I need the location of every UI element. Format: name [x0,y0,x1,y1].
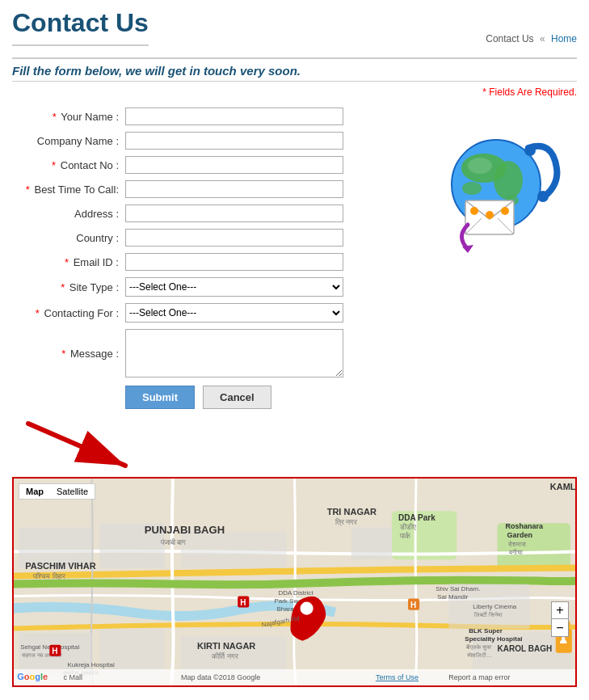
submit-button[interactable]: Submit [125,386,195,409]
svg-text:PUNJABI BAGH: PUNJABI BAGH [145,524,225,536]
svg-text:DDA District: DDA District [278,589,313,597]
breadcrumb-home[interactable]: Home [551,33,577,44]
label-address: Address : [12,208,125,220]
svg-point-14 [524,145,536,156]
svg-text:बगीचा: बगीचा [508,549,523,556]
input-your-name[interactable] [125,108,343,125]
svg-text:पश्चिम विहार: पश्चिम विहार [32,572,65,580]
svg-text:पंजाबी बाग: पंजाबी बाग [160,538,187,546]
input-country[interactable] [125,229,343,247]
select-site-type[interactable]: ---Select One--- [125,277,343,297]
form-row-address: Address : [12,205,415,222]
form-section: * Your Name : Company Name : * Contact N… [12,108,415,409]
svg-text:Speciality Hospital: Speciality Hospital [465,635,522,643]
label-country: Country : [12,232,125,244]
form-row-country: Country : [12,229,415,247]
svg-point-12 [501,207,509,215]
form-row-best-time: * Best Time To Call: [12,180,415,198]
form-row-message: * Message : [12,329,415,377]
svg-text:Map data ©2018 Google: Map data ©2018 Google [181,673,260,681]
map-container[interactable]: PUNJABI BAGH पंजाबी बाग PASCHIM VIHAR पश… [12,477,577,687]
svg-text:त्रि नगर: त्रि नगर [334,518,358,527]
arrow-wrapper [20,415,577,472]
page-title: Contact Us [12,8,149,46]
svg-text:H: H [240,598,246,607]
svg-text:BLK Super: BLK Super [469,627,502,635]
input-address[interactable] [125,205,343,222]
svg-text:Google: Google [17,672,48,681]
svg-text:डीडीए: डीडीए [399,523,416,531]
required-note: * Fields Are Required. [12,86,577,98]
required-star: * [482,86,486,98]
svg-text:c Mall: c Mall [63,673,82,681]
svg-line-17 [28,424,125,466]
contact-image-section [415,108,577,253]
svg-text:लिबर्टी सिनेमा: लिबर्टी सिनेमा [473,611,503,618]
svg-text:H: H [410,601,416,609]
svg-text:Report a map error: Report a map error [448,673,510,681]
svg-text:Liberty Cinema: Liberty Cinema [473,603,516,610]
svg-text:Shiv Sai Dham.: Shiv Sai Dham. [435,585,480,592]
form-row-your-name: * Your Name : [12,108,415,125]
svg-text:स्पेशलिटी...: स्पेशलिटी... [466,652,491,658]
label-contacting-for: * Contacting For : [12,307,125,319]
button-row: Submit Cancel [12,386,415,409]
textarea-message[interactable] [125,329,343,377]
svg-text:DDA Park: DDA Park [398,513,435,522]
svg-text:KAMLA: KAMLA [550,482,575,491]
svg-text:कीर्ति नगर: कीर्ति नगर [211,652,238,660]
svg-text:H: H [52,647,57,656]
red-arrow-svg [20,415,133,472]
svg-point-2 [494,161,523,200]
page-container: Contact Us Contact Us « Home Fill the fo… [0,0,589,695]
input-company-name[interactable] [125,132,343,150]
svg-point-62 [301,602,313,615]
zoom-out-button[interactable]: − [551,619,569,637]
satellite-tab[interactable]: Satellite [50,484,95,499]
breadcrumb: Contact Us « Home [486,33,577,44]
svg-point-3 [462,182,482,195]
svg-text:Sai Mandir: Sai Mandir [437,593,469,601]
form-row-company-name: Company Name : [12,132,415,150]
svg-text:KAROL BAGH: KAROL BAGH [497,644,552,653]
svg-rect-27 [351,527,392,559]
svg-point-5 [468,158,492,174]
label-contact-no: * Contact No : [12,159,125,171]
svg-text:PASCHIM VIHAR: PASCHIM VIHAR [25,561,95,571]
label-site-type: * Site Type : [12,281,125,293]
required-note-text: Fields Are Required. [489,86,577,98]
label-best-time: * Best Time To Call: [12,183,125,196]
svg-text:Kukreja Hospital: Kukreja Hospital [67,661,115,668]
input-contact-no[interactable] [125,156,343,174]
contact-image [423,124,569,253]
breadcrumb-sep: « [540,33,545,44]
form-and-image: * Your Name : Company Name : * Contact N… [12,108,577,409]
map-svg: PUNJABI BAGH पंजाबी बाग PASCHIM VIHAR पश… [14,479,575,685]
cancel-button[interactable]: Cancel [203,386,271,409]
map-tab[interactable]: Map [19,484,50,499]
input-best-time[interactable] [125,180,343,198]
svg-text:पार्क: पार्क [399,531,410,540]
svg-text:Terms of Use: Terms of Use [376,673,419,681]
label-message: * Message : [12,348,125,360]
svg-text:KIRTI NAGAR: KIRTI NAGAR [197,641,255,651]
svg-rect-23 [181,531,287,567]
breadcrumb-current: Contact Us [486,33,533,44]
form-row-email: * Email ID : [12,253,415,271]
svg-text:रोशनारा: रोशनारा [507,540,526,548]
label-email: * Email ID : [12,256,125,268]
subtitle: Fill the form below, we will get in touc… [12,64,577,78]
form-row-site-type: * Site Type : ---Select One--- [12,277,415,297]
form-row-contact-no: * Contact No : [12,156,415,174]
svg-point-15 [537,191,549,202]
form-row-contacting-for: * Contacting For : ---Select One--- [12,303,415,323]
map-section-wrapper: PUNJABI BAGH पंजाबी बाग PASCHIM VIHAR पश… [12,415,577,687]
svg-text:TRI NAGAR: TRI NAGAR [327,507,377,517]
input-email[interactable] [125,253,343,271]
label-company-name: Company Name : [12,135,125,147]
svg-point-11 [486,211,494,219]
svg-text:बीएलके सुपर: बीएलके सुपर [465,643,492,651]
select-contacting-for[interactable]: ---Select One--- [125,303,343,323]
zoom-in-button[interactable]: + [551,601,569,619]
svg-text:Garden: Garden [507,531,533,539]
